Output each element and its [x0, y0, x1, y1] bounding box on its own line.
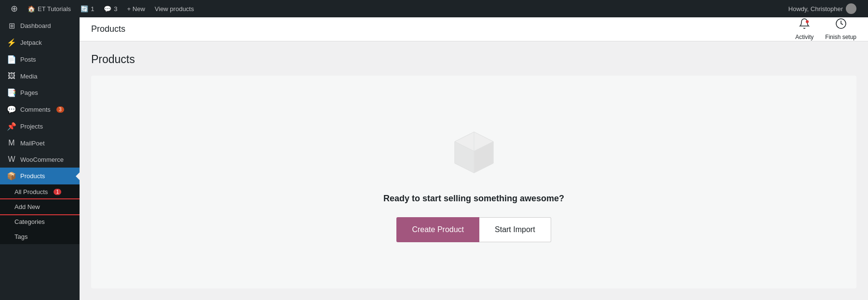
- page-header-title: Products: [91, 24, 125, 34]
- page-title: Products: [91, 53, 135, 66]
- empty-state: Ready to start selling something awesome…: [91, 76, 856, 288]
- svg-point-0: [806, 20, 809, 23]
- adminbar-right: Howdy, Christopher: [783, 0, 862, 17]
- empty-box-icon: [445, 122, 503, 180]
- site-name[interactable]: 🏠 ET Tutorials: [23, 0, 76, 17]
- empty-state-text: Ready to start selling something awesome…: [383, 194, 564, 204]
- sidebar-item-products[interactable]: 📦 Products: [0, 168, 80, 184]
- sidebar: ⊞ Dashboard ⚡ Jetpack 📄 Posts 🖼 Media 📑 …: [0, 17, 80, 300]
- activity-icon: [799, 18, 810, 32]
- woocommerce-icon: W: [7, 155, 16, 164]
- comments-icon: 💬: [7, 105, 16, 114]
- sidebar-item-jetpack[interactable]: ⚡ Jetpack: [0, 34, 80, 51]
- avatar: [846, 3, 856, 14]
- finish-setup-button[interactable]: Finish setup: [825, 18, 856, 40]
- jetpack-icon: ⚡: [7, 38, 16, 47]
- submenu-add-new[interactable]: Add New: [0, 199, 80, 214]
- products-submenu: All Products 1 Add New Categories Tags: [0, 184, 80, 244]
- posts-icon: 📄: [7, 55, 16, 64]
- sidebar-item-projects[interactable]: 📌 Projects: [0, 118, 80, 135]
- box-icon-container: [445, 122, 503, 182]
- comments-icon: 💬: [104, 5, 111, 13]
- wp-logo[interactable]: ⊕: [6, 0, 23, 17]
- admin-bar: ⊕ 🏠 ET Tutorials 🔄 1 💬 3 + New View prod…: [0, 0, 868, 17]
- header-actions: Activity Finish setup: [795, 18, 856, 40]
- start-import-button[interactable]: Start Import: [479, 217, 551, 242]
- sidebar-item-pages[interactable]: 📑 Pages: [0, 84, 80, 101]
- create-product-button[interactable]: Create Product: [396, 217, 479, 242]
- finish-setup-icon: [835, 18, 847, 32]
- submenu-categories[interactable]: Categories: [0, 214, 80, 229]
- main-content: Products Activity: [80, 17, 868, 300]
- sidebar-item-dashboard[interactable]: ⊞ Dashboard: [0, 17, 80, 34]
- sidebar-item-posts[interactable]: 📄 Posts: [0, 51, 80, 68]
- sidebar-item-mailpoet[interactable]: M MailPoet: [0, 135, 80, 151]
- site-icon: 🏠: [27, 5, 35, 13]
- content-area: Products: [80, 41, 868, 300]
- comments-badge: 3: [56, 106, 64, 113]
- sidebar-item-comments[interactable]: 💬 Comments 3: [0, 101, 80, 118]
- new-item[interactable]: + New: [122, 0, 150, 17]
- media-icon: 🖼: [7, 72, 16, 80]
- projects-icon: 📌: [7, 122, 16, 131]
- pages-icon: 📑: [7, 88, 16, 97]
- mailpoet-icon: M: [7, 139, 16, 147]
- howdy-section[interactable]: Howdy, Christopher: [783, 0, 862, 17]
- sidebar-item-woocommerce[interactable]: W WooCommerce: [0, 151, 80, 168]
- empty-state-buttons: Create Product Start Import: [396, 217, 551, 242]
- active-arrow: [76, 172, 80, 180]
- updates-icon: 🔄: [81, 5, 88, 13]
- sidebar-item-media[interactable]: 🖼 Media: [0, 68, 80, 84]
- layout: ⊞ Dashboard ⚡ Jetpack 📄 Posts 🖼 Media 📑 …: [0, 17, 868, 300]
- activity-button[interactable]: Activity: [795, 18, 814, 40]
- submenu-tags[interactable]: Tags: [0, 229, 80, 244]
- page-header: Products Activity: [80, 17, 868, 41]
- submenu-all-products[interactable]: All Products 1: [0, 184, 80, 199]
- products-icon: 📦: [7, 171, 16, 181]
- dashboard-icon: ⊞: [7, 21, 16, 30]
- updates-item[interactable]: 🔄 1: [76, 0, 99, 17]
- comments-item[interactable]: 💬 3: [99, 0, 122, 17]
- all-products-badge: 1: [54, 189, 61, 195]
- view-products-item[interactable]: View products: [150, 0, 199, 17]
